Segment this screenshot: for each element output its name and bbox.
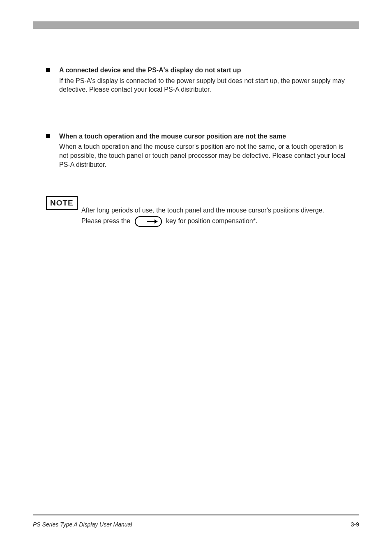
- footer-page-number: 3-9: [351, 521, 359, 529]
- header-bar: [33, 21, 359, 29]
- square-bullet-icon: [46, 68, 50, 72]
- note-line-prefix: Please press the: [81, 218, 132, 225]
- spacer: [46, 100, 351, 132]
- item-description: When a touch operation and the mouse cur…: [59, 142, 351, 169]
- note-badge: NOTE: [46, 196, 78, 210]
- note-line: Please press the key for position compen…: [81, 216, 351, 227]
- footer-left: PS Series Type A Display User Manual: [33, 521, 132, 529]
- note-body: After long periods of use, the touch pan…: [81, 206, 351, 227]
- square-bullet-icon: [46, 134, 50, 138]
- item-body: A connected device and the PS-A's displa…: [59, 66, 351, 94]
- footer-divider: [33, 515, 359, 515]
- item-description: If the PS-A's display is connected to th…: [59, 76, 351, 94]
- note-line: After long periods of use, the touch pan…: [81, 206, 351, 215]
- troubleshoot-item: When a touch operation and the mouse cur…: [46, 132, 351, 169]
- item-title: When a touch operation and the mouse cur…: [59, 132, 351, 141]
- troubleshoot-item: A connected device and the PS-A's displa…: [46, 66, 351, 94]
- spacer: [46, 175, 351, 186]
- main-content: A connected device and the PS-A's displa…: [46, 66, 351, 229]
- svg-marker-1: [154, 219, 158, 224]
- footer: PS Series Type A Display User Manual 3-9: [33, 521, 359, 529]
- note-label: NOTE: [46, 196, 78, 210]
- item-body: When a touch operation and the mouse cur…: [59, 132, 351, 169]
- note-line-suffix: key for position compensation*.: [166, 218, 257, 225]
- arrow-key-icon: [135, 216, 162, 227]
- item-title: A connected device and the PS-A's displa…: [59, 66, 351, 75]
